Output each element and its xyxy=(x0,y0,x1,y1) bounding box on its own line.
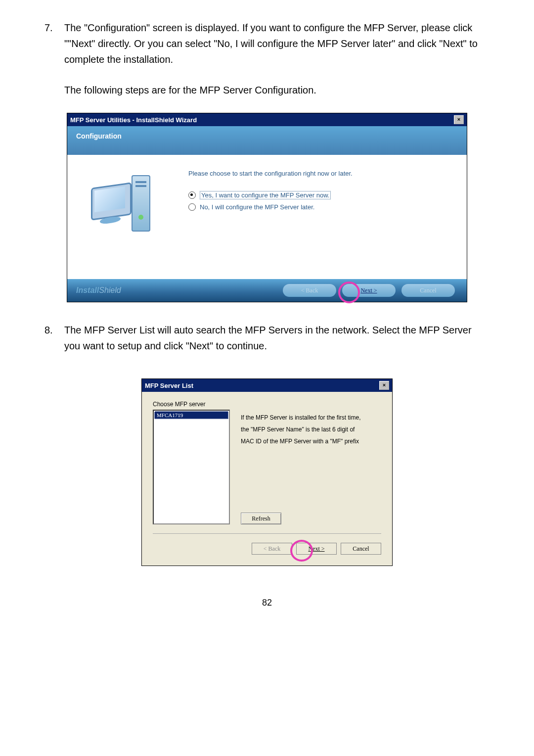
config-prompt: Please choose to start the configuration… xyxy=(188,170,452,177)
refresh-button[interactable]: Refresh xyxy=(241,513,281,524)
radio-icon xyxy=(188,191,196,199)
radio-configure-later[interactable]: No, I will configure the MFP Server late… xyxy=(188,203,452,211)
server-list-dialog: MFP Server List × Choose MFP server MFCA… xyxy=(141,378,393,566)
dialog-title: MFP Server Utilities - InstallShield Wiz… xyxy=(70,116,454,124)
installshield-brand: InstallShield xyxy=(76,286,280,295)
radio-label-yes: Yes, I want to configure the MFP Server … xyxy=(200,191,331,199)
highlight-circle xyxy=(338,282,360,303)
next-button[interactable]: Next > xyxy=(342,284,396,297)
computer-icon xyxy=(91,175,150,239)
step8-text: The MFP Server List will auto search the… xyxy=(64,322,490,354)
step7-text: The "Configuration" screen is displayed.… xyxy=(64,20,490,67)
cancel-button: Cancel xyxy=(401,284,455,297)
close-icon[interactable]: × xyxy=(379,381,389,390)
info-text: If the MFP Server is installed for the f… xyxy=(241,412,381,447)
radio-label-no: No, I will configure the MFP Server late… xyxy=(200,203,314,211)
back-button: < Back xyxy=(252,543,292,555)
choose-server-label: Choose MFP server xyxy=(153,401,381,408)
wizard-dialog: MFP Server Utilities - InstallShield Wiz… xyxy=(67,113,467,302)
step7-num: 7. xyxy=(44,20,64,67)
page-number: 82 xyxy=(0,596,534,610)
dialog-header: Configuration xyxy=(67,126,467,155)
titlebar: MFP Server List × xyxy=(142,379,392,392)
dialog-title: MFP Server List xyxy=(145,382,379,389)
step7-subtext: The following steps are for the MFP Serv… xyxy=(64,82,490,98)
wizard-image-panel xyxy=(67,155,174,279)
highlight-circle xyxy=(290,540,313,562)
step8-num: 8. xyxy=(44,322,64,354)
radio-configure-now[interactable]: Yes, I want to configure the MFP Server … xyxy=(188,191,452,199)
radio-icon xyxy=(188,203,196,211)
back-button: < Back xyxy=(283,284,336,297)
titlebar: MFP Server Utilities - InstallShield Wiz… xyxy=(67,113,467,126)
cancel-button[interactable]: Cancel xyxy=(341,543,381,555)
list-item[interactable]: MFCA1719 xyxy=(154,411,228,419)
server-listbox[interactable]: MFCA1719 xyxy=(153,410,230,524)
close-icon[interactable]: × xyxy=(454,115,464,124)
